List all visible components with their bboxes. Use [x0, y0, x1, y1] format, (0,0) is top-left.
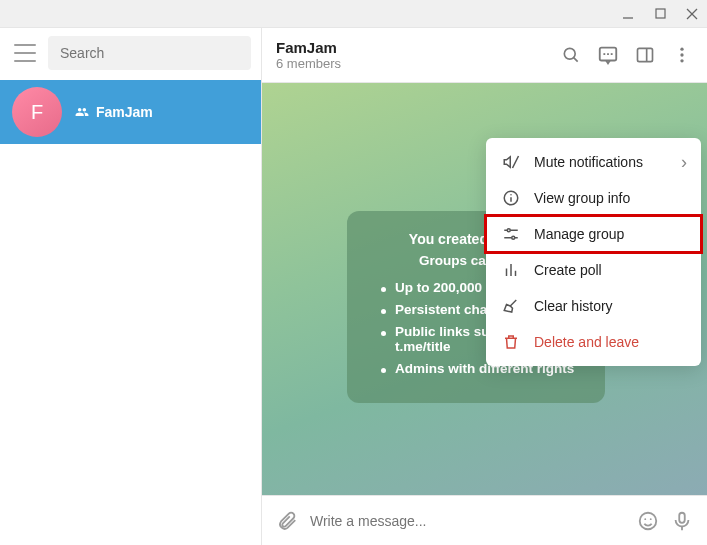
sidebar-top	[0, 28, 261, 80]
menu-item-label: Clear history	[534, 298, 613, 314]
menu-item-manage[interactable]: Manage group	[486, 216, 701, 252]
chat-item-name: FamJam	[74, 104, 153, 120]
menu-item-clear[interactable]: Clear history	[486, 288, 701, 324]
svg-point-26	[640, 512, 657, 529]
mute-icon	[502, 153, 520, 171]
svg-rect-1	[656, 9, 665, 18]
svg-point-28	[650, 518, 652, 520]
search-icon[interactable]	[560, 44, 582, 66]
chat-body: You created a group Groups can have: Up …	[262, 83, 707, 495]
context-menu: Mute notifications View group info Manag…	[486, 138, 701, 366]
maximize-button[interactable]	[653, 7, 667, 21]
svg-line-15	[513, 156, 519, 168]
svg-rect-29	[679, 512, 685, 522]
composer	[262, 495, 707, 545]
members-count: 6 members	[276, 56, 341, 71]
svg-line-5	[574, 58, 578, 62]
svg-point-18	[510, 194, 512, 196]
svg-point-22	[512, 236, 515, 239]
page-title: FamJam	[276, 39, 341, 56]
chat-list-item-famjam[interactable]: F FamJam	[0, 80, 261, 144]
menu-item-mute[interactable]: Mute notifications	[486, 144, 701, 180]
info-icon	[502, 189, 520, 207]
message-input[interactable]	[310, 513, 625, 529]
poll-icon	[502, 261, 520, 279]
chat-item-label: FamJam	[96, 104, 153, 120]
svg-point-12	[680, 48, 683, 51]
minimize-button[interactable]	[621, 7, 635, 21]
svg-point-20	[507, 229, 510, 232]
emoji-icon[interactable]	[637, 510, 659, 532]
group-icon	[74, 105, 90, 119]
menu-item-delete[interactable]: Delete and leave	[486, 324, 701, 360]
hamburger-menu-icon[interactable]	[14, 44, 36, 62]
menu-item-info[interactable]: View group info	[486, 180, 701, 216]
header-info[interactable]: FamJam 6 members	[276, 39, 341, 71]
menu-item-label: Create poll	[534, 262, 602, 278]
chat-bubble-icon[interactable]	[597, 44, 619, 66]
search-input[interactable]	[60, 45, 239, 61]
main-header: FamJam 6 members	[262, 28, 707, 83]
side-panel-icon[interactable]	[634, 44, 656, 66]
header-icons	[560, 44, 693, 66]
menu-item-poll[interactable]: Create poll	[486, 252, 701, 288]
microphone-icon[interactable]	[671, 510, 693, 532]
menu-item-label: View group info	[534, 190, 630, 206]
avatar: F	[12, 87, 62, 137]
sliders-icon	[502, 225, 520, 243]
attach-icon[interactable]	[276, 510, 298, 532]
search-box[interactable]	[48, 36, 251, 70]
svg-point-14	[680, 59, 683, 62]
sidebar: F FamJam	[0, 28, 262, 545]
menu-item-label: Manage group	[534, 226, 624, 242]
close-button[interactable]	[685, 7, 699, 21]
svg-point-13	[680, 53, 683, 56]
svg-point-4	[564, 48, 575, 59]
broom-icon	[502, 297, 520, 315]
menu-item-label: Delete and leave	[534, 334, 639, 350]
more-options-icon[interactable]	[671, 44, 693, 66]
main: FamJam 6 members You created	[262, 28, 707, 545]
titlebar	[0, 0, 707, 28]
svg-rect-10	[638, 48, 653, 61]
svg-point-27	[644, 518, 646, 520]
menu-item-label: Mute notifications	[534, 154, 643, 170]
trash-icon	[502, 333, 520, 351]
app: F FamJam FamJam 6 members	[0, 28, 707, 545]
